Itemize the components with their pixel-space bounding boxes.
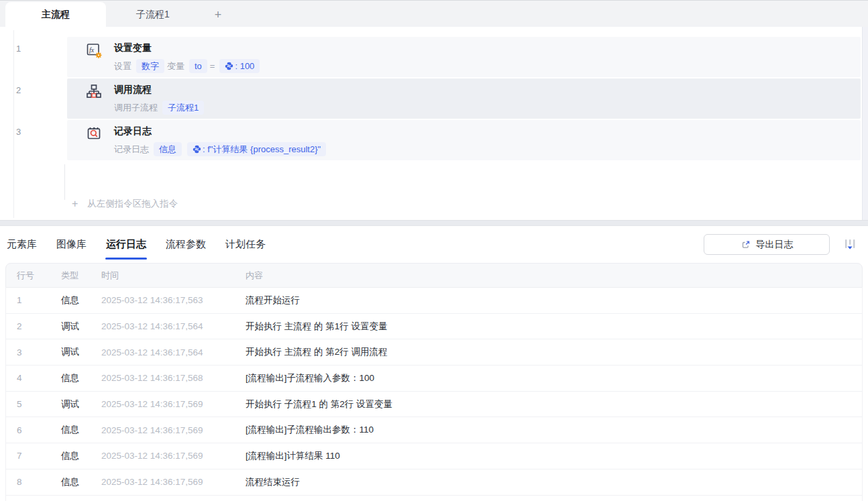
step-title: 调用流程 <box>114 84 152 96</box>
column-header-content: 内容 <box>235 270 862 282</box>
log-row <box>6 496 862 501</box>
canvas-vertical-scrollbar[interactable] <box>862 27 868 220</box>
log-row-number: 5 <box>6 399 50 409</box>
step-number: 1 <box>16 44 32 56</box>
tab-run-log-label: 运行日志 <box>106 238 146 249</box>
subflow-name-chip[interactable]: 子流程1 <box>162 101 204 115</box>
log-row-number: 6 <box>6 425 50 435</box>
log-row-content: 流程结束运行 <box>235 476 862 488</box>
log-row[interactable]: 8 信息 2025-03-12 14:36:17,569 流程结束运行 <box>6 469 862 496</box>
add-flow-tab-button[interactable]: + <box>208 5 228 25</box>
log-row-time: 2025-03-12 14:36:17,564 <box>91 321 235 331</box>
call-subflow-icon <box>85 83 103 101</box>
log-filter-icon[interactable] <box>842 237 858 253</box>
summary-text: 调用子流程 <box>114 102 158 114</box>
log-row-type: 调试 <box>50 321 91 333</box>
log-row-number: 3 <box>6 347 50 357</box>
python-icon <box>225 62 233 70</box>
log-row-time: 2025-03-12 14:36:17,563 <box>91 295 235 305</box>
column-header-time: 时间 <box>91 270 235 282</box>
expression-value: : f"计算结果 {process_result2}" <box>203 144 321 156</box>
log-table-header: 行号 类型 时间 内容 <box>5 263 863 288</box>
tab-scheduled-tasks[interactable]: 计划任务 <box>225 235 266 254</box>
log-row-number: 1 <box>6 295 50 305</box>
tab-main-flow[interactable]: 主流程 <box>5 2 106 27</box>
variable-name-chip[interactable]: to <box>189 59 207 73</box>
svg-text:fx: fx <box>89 46 95 54</box>
log-row-content: 开始执行 主流程 的 第1行 设置变量 <box>235 321 862 333</box>
tab-flow-parameters[interactable]: 流程参数 <box>166 235 206 254</box>
panel-tab-bar: 元素库 图像库 运行日志 流程参数 计划任务 <box>7 226 266 263</box>
step-title: 设置变量 <box>114 42 152 54</box>
step-number: 2 <box>16 85 32 97</box>
log-row-type: 信息 <box>50 450 91 462</box>
summary-text: 记录日志 <box>114 144 149 156</box>
log-row-number: 7 <box>6 451 50 461</box>
python-expression-chip[interactable]: : 100 <box>219 59 260 73</box>
log-row[interactable]: 4 信息 2025-03-12 14:36:17,568 [流程输出]子流程输入… <box>6 366 862 392</box>
equals-sign: = <box>210 61 215 71</box>
plus-icon: + <box>72 198 78 210</box>
log-row-time: 2025-03-12 14:36:17,568 <box>91 373 235 383</box>
log-row-time: 2025-03-12 14:36:17,569 <box>91 451 235 461</box>
tab-run-log[interactable]: 运行日志 <box>106 235 146 254</box>
tab-element-library[interactable]: 元素库 <box>7 235 37 254</box>
tab-image-library[interactable]: 图像库 <box>56 235 87 254</box>
log-row-content: [流程输出]子流程输入参数：100 <box>235 372 862 384</box>
step-set-variable[interactable]: fx 设置变量 设置 数字 变量 to = <box>67 37 861 77</box>
log-row-content: [流程输出]子流程输出参数：110 <box>235 424 862 436</box>
log-row-type: 信息 <box>50 372 91 384</box>
bottom-panel: 元素库 图像库 运行日志 流程参数 计划任务 导出日志 <box>0 226 868 501</box>
step-summary: 设置 数字 变量 to = : 100 <box>114 59 262 73</box>
variable-type-chip[interactable]: 数字 <box>136 59 164 73</box>
log-row[interactable]: 7 信息 2025-03-12 14:36:17,569 [流程输出]计算结果 … <box>6 443 862 469</box>
step-title: 记录日志 <box>114 125 152 137</box>
export-log-button[interactable]: 导出日志 <box>704 234 830 255</box>
log-row-type: 信息 <box>50 294 91 307</box>
expression-value: : 100 <box>235 61 254 71</box>
step-summary: 调用子流程 子流程1 <box>114 101 207 115</box>
flow-canvas: 1 fx 设置变量 设置 数字 <box>0 27 868 220</box>
step-summary: 记录日志 信息 : f"计算结果 {process_result2}" <box>114 142 329 156</box>
log-row-time: 2025-03-12 14:36:17,569 <box>91 399 235 409</box>
python-expression-chip[interactable]: : f"计算结果 {process_result2}" <box>187 142 326 156</box>
run-log-table: 行号 类型 时间 内容 1 信息 2025-03-12 14:36:17,563… <box>5 263 863 501</box>
log-row-type: 信息 <box>50 476 91 488</box>
panel-splitter-handle[interactable] <box>0 220 868 226</box>
log-row-number: 2 <box>6 321 50 331</box>
step-log-record[interactable]: 记录日志 记录日志 信息 : f"计算结果 {process_result2}" <box>67 120 861 160</box>
log-row[interactable]: 5 调试 2025-03-12 14:36:17,569 开始执行 子流程1 的… <box>6 392 862 418</box>
log-record-icon <box>85 125 103 142</box>
log-row-time: 2025-03-12 14:36:17,569 <box>91 425 235 435</box>
export-icon <box>741 239 751 250</box>
drop-instruction-label: 从左侧指令区拖入指令 <box>87 198 178 210</box>
tab-subflow-1[interactable]: 子流程1 <box>106 2 200 27</box>
log-row-time: 2025-03-12 14:36:17,564 <box>91 347 235 357</box>
summary-text: 变量 <box>167 60 184 72</box>
step-number: 3 <box>16 127 32 139</box>
log-row[interactable]: 6 信息 2025-03-12 14:36:17,569 [流程输出]子流程输出… <box>6 417 862 443</box>
fx-variable-icon: fx <box>85 42 103 59</box>
log-row-number: 8 <box>6 477 50 487</box>
log-table-body: 1 信息 2025-03-12 14:36:17,563 流程开始运行 2 调试… <box>5 288 863 501</box>
log-row-number: 4 <box>6 373 50 383</box>
summary-text: 设置 <box>114 60 131 72</box>
log-row[interactable]: 3 调试 2025-03-12 14:36:17,564 开始执行 主流程 的 … <box>6 339 862 366</box>
rpa-flow-editor: 主流程 子流程1 + 1 fx <box>0 0 868 501</box>
column-header-row-number: 行号 <box>6 270 50 282</box>
export-log-label: 导出日志 <box>756 239 794 251</box>
log-row[interactable]: 1 信息 2025-03-12 14:36:17,563 流程开始运行 <box>6 288 862 314</box>
log-row-content: [流程输出]计算结果 110 <box>235 450 862 462</box>
log-level-chip[interactable]: 信息 <box>154 142 182 156</box>
drop-instruction-target[interactable]: + 从左侧指令区拖入指令 <box>72 197 178 211</box>
column-header-type: 类型 <box>50 270 91 282</box>
log-row-content: 流程开始运行 <box>235 294 862 307</box>
log-row-time: 2025-03-12 14:36:17,569 <box>91 477 235 487</box>
active-tab-underline <box>105 258 147 260</box>
log-row-type: 信息 <box>50 424 91 436</box>
row-number-gutter-divider <box>13 30 14 218</box>
step-call-subflow[interactable]: 调用流程 调用子流程 子流程1 <box>67 78 861 119</box>
log-row[interactable]: 2 调试 2025-03-12 14:36:17,564 开始执行 主流程 的 … <box>6 314 862 340</box>
log-row-content: 开始执行 子流程1 的 第2行 设置变量 <box>235 398 862 410</box>
flow-indent-guide <box>64 164 65 200</box>
